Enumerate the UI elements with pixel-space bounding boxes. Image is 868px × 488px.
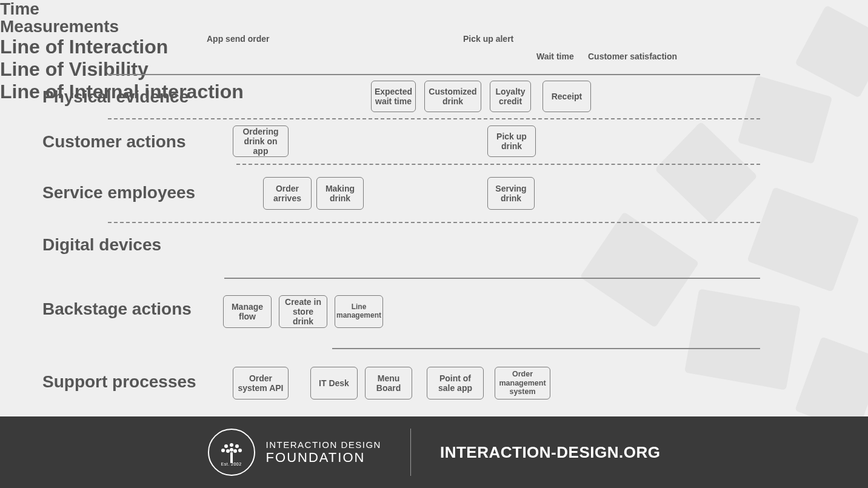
- svg-point-3: [235, 444, 239, 448]
- logo-icon: Est. 2002: [208, 429, 255, 476]
- footer-brand-line2: FOUNDATION: [266, 450, 381, 465]
- svg-point-5: [238, 449, 242, 452]
- svg-point-1: [230, 443, 233, 447]
- box-serving-drink: Serving drink: [487, 177, 535, 210]
- line-of-interaction-rule: [236, 164, 760, 165]
- line-of-visibility-rule: [224, 278, 760, 279]
- time-label-wait-time: Wait time: [536, 52, 574, 61]
- title-time-measurements: Time Measurements: [0, 0, 868, 36]
- row-label-service-employees: Service employees: [42, 183, 195, 202]
- time-label-customer-satisfaction: Customer satisfaction: [588, 52, 677, 61]
- box-manage-flow: Manage flow: [223, 295, 272, 328]
- row-label-customer-actions: Customer actions: [42, 132, 186, 152]
- footer-divider: [410, 429, 411, 476]
- box-expected-wait-time: Expected wait time: [371, 81, 416, 112]
- svg-point-2: [224, 444, 228, 448]
- box-ordering-drink-on-app: Ordering drink on app: [233, 125, 289, 157]
- box-making-drink: Making drink: [316, 177, 364, 210]
- svg-point-6: [226, 449, 230, 453]
- box-order-system-api: Order system API: [233, 367, 289, 399]
- box-menu-board: Menu Board: [365, 367, 412, 399]
- footer-brand: Est. 2002 INTERACTION DESIGN FOUNDATION: [208, 429, 381, 476]
- row-label-backstage-actions: Backstage actions: [42, 299, 192, 319]
- footer: Est. 2002 INTERACTION DESIGN FOUNDATION …: [0, 416, 868, 488]
- footer-brand-text: INTERACTION DESIGN FOUNDATION: [266, 440, 381, 466]
- heading-line-of-visibility: Line of Visibility: [0, 58, 868, 81]
- box-point-of-sale-app: Point of sale app: [427, 367, 484, 399]
- row-label-digital-devices: Digital devices: [42, 235, 161, 255]
- box-pick-up-drink: Pick up drink: [487, 125, 536, 157]
- logo-est-text: Est. 2002: [221, 462, 242, 466]
- footer-brand-line1: INTERACTION DESIGN: [266, 440, 381, 450]
- box-order-arrives: Order arrives: [263, 177, 312, 210]
- svg-point-7: [233, 449, 237, 453]
- time-label-app-send: App send order: [207, 34, 269, 44]
- row-label-support-processes: Support processes: [42, 372, 196, 392]
- box-it-desk: IT Desk: [310, 367, 358, 399]
- footer-url: INTERACTION-DESIGN.ORG: [440, 443, 660, 462]
- box-customized-drink: Customized drink: [424, 81, 481, 112]
- box-line-management: Line management: [335, 295, 383, 328]
- time-label-pickup-alert: Pick up alert: [463, 34, 513, 44]
- line-of-internal-interaction-rule: [332, 348, 760, 349]
- box-create-in-store-drink: Create in store drink: [279, 295, 327, 328]
- box-loyalty-credit: Loyalty credit: [490, 81, 531, 112]
- divider-top: [108, 74, 760, 75]
- svg-point-4: [221, 449, 225, 452]
- divider-dashed-2: [108, 222, 760, 223]
- heading-line-of-interaction: Line of Interaction: [0, 36, 868, 58]
- blueprint-diagram: Time Measurements App send order Pick up…: [0, 0, 868, 416]
- box-order-management-system: Order management system: [495, 367, 550, 399]
- box-receipt: Receipt: [542, 81, 591, 112]
- divider-dashed-1: [108, 118, 760, 119]
- row-label-physical-evidence: Physical evidence: [42, 87, 189, 107]
- svg-point-8: [230, 448, 233, 452]
